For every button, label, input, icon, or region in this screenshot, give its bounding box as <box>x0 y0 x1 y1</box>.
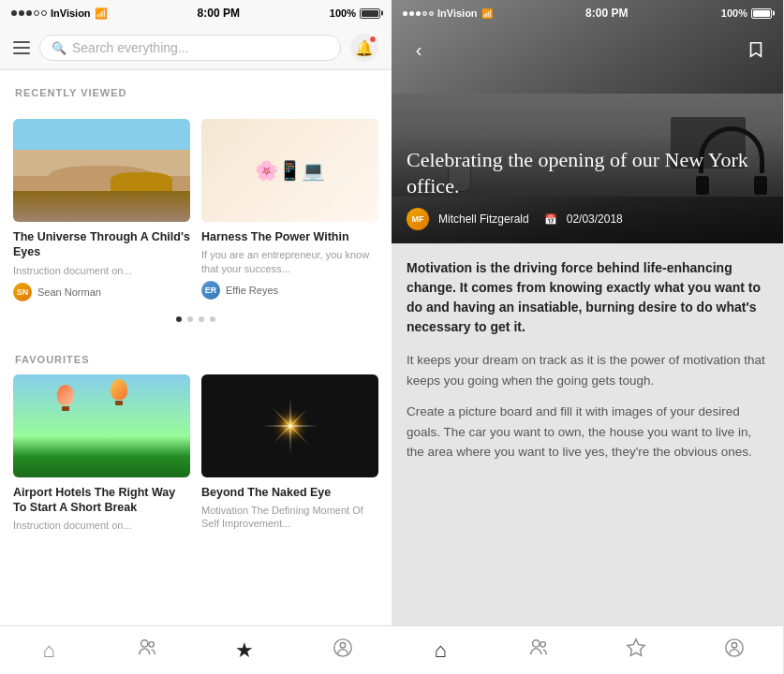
balloon-1 <box>57 385 74 411</box>
hero-battery-fill <box>753 10 770 17</box>
hamburger-line-1 <box>13 41 30 43</box>
sparkle-ray-8 <box>289 409 306 426</box>
hero-dot-5 <box>429 11 434 16</box>
card-image-sparkler <box>201 374 378 477</box>
article-hero: InVision 📶 8:00 PM 100% ‹ <box>392 0 783 243</box>
svg-point-5 <box>540 641 546 647</box>
card-author-harness: ER Effie Reyes <box>201 281 378 300</box>
sparkle-ray-1 <box>290 425 318 426</box>
card-desc-naked-eye: Motivation The Defining Moment Of Self I… <box>201 504 378 531</box>
signal-dots <box>11 10 47 16</box>
home-icon-2: ⌂ <box>435 638 447 663</box>
card-desc-harness: If you are an entrepreneur, you know tha… <box>201 248 378 275</box>
article-para-2: Create a picture board and fill it with … <box>407 402 768 462</box>
battery-fill <box>362 10 378 17</box>
profile-icon-2 <box>724 637 745 664</box>
article-date: 02/03/2018 <box>567 212 623 226</box>
hero-dot-4 <box>422 11 427 16</box>
back-button[interactable]: ‹ <box>405 36 433 64</box>
hero-battery-pct: 100% <box>721 7 747 19</box>
bottom-nav-1: ⌂ ★ <box>0 625 392 674</box>
hero-carrier: InVision <box>437 7 478 19</box>
search-bar[interactable]: 🔍 Search everything... <box>39 35 341 61</box>
article-hero-title: Celebrating the opening of our New York … <box>407 147 768 198</box>
nav-home-1[interactable]: ⌂ <box>0 626 98 674</box>
nav-people-1[interactable] <box>98 626 197 674</box>
sparkle-ray-3 <box>289 426 290 454</box>
article-para-1: It keeps your dream on track as it is th… <box>407 350 768 390</box>
pagination-dot-1[interactable] <box>176 316 182 322</box>
star-icon-1: ★ <box>235 638 254 663</box>
pagination-dot-3[interactable] <box>199 316 204 322</box>
card-airport[interactable]: Airport Hotels The Right Way To Start A … <box>13 374 190 538</box>
svg-point-4 <box>532 639 539 646</box>
section-title-recently-viewed: RECENTLY VIEWED <box>0 70 392 108</box>
signal-dot-5 <box>41 10 47 16</box>
hero-battery-icon <box>751 8 772 19</box>
balloons-image <box>13 374 190 477</box>
nav-profile-2[interactable] <box>686 626 784 674</box>
favourites-cards-row: Airport Hotels The Right Way To Start A … <box>0 374 392 538</box>
card-universe[interactable]: The Universe Through A Child's Eyes Inst… <box>13 119 190 301</box>
battery-percentage: 100% <box>330 7 356 19</box>
hero-battery-tip <box>773 11 775 16</box>
card-harness[interactable]: Harness The Power Within If you are an e… <box>201 119 378 301</box>
balloon-body-2 <box>111 379 127 400</box>
author-avatar-effie: ER <box>201 281 220 300</box>
hero-status-right: 100% <box>721 7 772 19</box>
nav-favorites-1[interactable]: ★ <box>196 626 294 674</box>
notification-button[interactable]: 🔔 <box>350 34 378 62</box>
calendar-icon: 📅 <box>544 213 557 226</box>
people-icon-1 <box>137 637 157 664</box>
svg-point-1 <box>149 641 155 647</box>
card-naked-eye[interactable]: Beyond The Naked Eye Motivation The Defi… <box>201 374 378 538</box>
sparkle-ray-4 <box>273 425 289 442</box>
author-name-sean: Sean Norman <box>37 286 101 298</box>
home-icon-1: ⌂ <box>43 638 55 663</box>
nav-profile-1[interactable] <box>294 626 392 674</box>
sparkle-ray-7 <box>289 398 290 426</box>
recently-viewed-cards-row: The Universe Through A Child's Eyes Inst… <box>13 119 378 301</box>
home-content: RECENTLY VIEWED The Universe Through A C… <box>0 70 392 625</box>
bookmark-button[interactable] <box>742 36 770 64</box>
time-display: 8:00 PM <box>198 7 240 20</box>
hamburger-line-3 <box>13 52 30 54</box>
pagination-dot-4[interactable] <box>210 316 215 322</box>
hero-wifi-icon: 📶 <box>481 8 493 19</box>
wifi-icon: 📶 <box>95 7 108 20</box>
sparkler-image <box>201 374 378 477</box>
favourites-label: FAVOURITES <box>0 337 392 374</box>
status-left: InVision 📶 <box>11 7 108 20</box>
phone-1: InVision 📶 8:00 PM 100% 🔍 Search everyth… <box>0 0 392 674</box>
signal-dot-2 <box>19 10 24 16</box>
card-desc-airport: Instruction document on... <box>13 519 190 532</box>
author-avatar-sean: SN <box>13 283 32 301</box>
balloon-2 <box>111 379 127 405</box>
article-body: Motivation is the driving force behind l… <box>392 243 783 625</box>
pagination-dot-2[interactable] <box>187 316 193 322</box>
status-right: 100% <box>330 7 380 19</box>
search-icon: 🔍 <box>52 41 67 55</box>
card-title-airport: Airport Hotels The Right Way To Start A … <box>13 485 190 516</box>
nav-people-2[interactable] <box>490 626 588 674</box>
hero-dot-1 <box>403 11 407 16</box>
card-author-universe: SN Sean Norman <box>13 283 190 301</box>
recently-viewed-section: The Universe Through A Child's Eyes Inst… <box>0 108 392 337</box>
nav-home-2[interactable]: ⌂ <box>392 626 490 674</box>
card-title-universe: The Universe Through A Child's Eyes <box>13 229 190 260</box>
card-title-harness: Harness The Power Within <box>201 229 378 244</box>
balloon-body-1 <box>57 385 74 405</box>
balloon-basket-2 <box>115 401 123 405</box>
signal-dot-1 <box>11 10 17 16</box>
search-placeholder: Search everything... <box>72 40 189 55</box>
profile-icon-1 <box>333 637 353 664</box>
article-hero-content: Celebrating the opening of our New York … <box>392 134 783 243</box>
desert-image <box>13 119 190 222</box>
hero-time: 8:00 PM <box>585 7 628 20</box>
article-author-avatar: MF <box>407 208 429 230</box>
sparkle-ray-2 <box>289 425 309 445</box>
hamburger-menu-button[interactable] <box>13 41 30 54</box>
bottom-nav-2: ⌂ <box>392 625 783 674</box>
card-title-naked-eye: Beyond The Naked Eye <box>201 485 378 500</box>
nav-favorites-2[interactable] <box>587 626 686 674</box>
